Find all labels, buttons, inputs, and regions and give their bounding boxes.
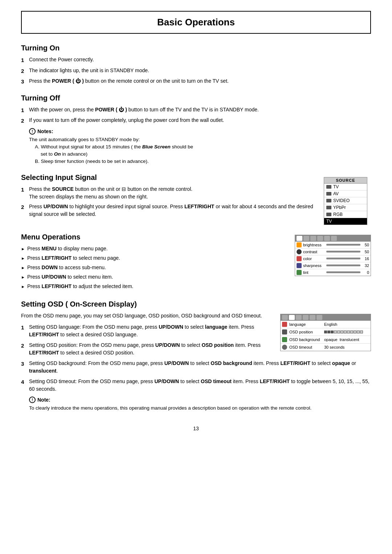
osd-position-icon — [282, 329, 287, 335]
notes-icon: ! — [29, 128, 36, 135]
source-menu-box: SOURCE TV AV SVIDEO YPbPr RGB TV — [324, 177, 367, 225]
notes-title: ! Notes: — [29, 128, 371, 135]
turning-on-section: Turning On 1 Connect the Power correctly… — [21, 44, 371, 86]
osd-set-position: OSD position — [281, 328, 371, 336]
notes-sub-a: A. Without input signal for about 15 min… — [35, 143, 371, 151]
source-item-tv2: TV — [324, 218, 367, 225]
color-icon — [297, 256, 302, 261]
osd-tb-icon6 — [331, 236, 337, 241]
page-title-box: Basic Operations — [21, 11, 371, 34]
notes-sub-a2: set to On in advance) — [41, 151, 371, 158]
list-item: 2 The indicator lights up, the unit is i… — [21, 67, 371, 75]
osd-set-tb-icon2 — [289, 315, 295, 320]
osd-set-tb-icon1 — [282, 315, 288, 320]
turning-on-list: 1 Connect the Power correctly. 2 The ind… — [21, 56, 371, 86]
osd-position-bar — [324, 331, 369, 333]
list-item: ► Press DOWN to access sub-menu. — [21, 264, 280, 271]
turning-off-heading: Turning Off — [21, 94, 371, 102]
osd-tb-icon4 — [317, 236, 323, 241]
osd-set-timeout: OSD timeout 30 seconds — [281, 344, 371, 351]
turning-off-list: 1 With the power on, press the POWER ( ⏻… — [21, 106, 371, 125]
menu-ops-main: Menu Operations ► Press MENU to display … — [21, 233, 280, 292]
osd-background-icon — [282, 337, 287, 342]
osd-tb-icon3 — [310, 236, 316, 241]
note-icon: ! — [29, 397, 36, 403]
source-header: SOURCE — [324, 177, 367, 184]
osd-pic-toolbar — [295, 235, 371, 242]
osd-set-toolbar — [281, 314, 371, 321]
osd-language-icon — [282, 322, 287, 327]
osd-settings-box: language English OSD position — [280, 314, 371, 351]
source-item-ypbpr: YPbPr — [324, 204, 367, 211]
osd-set-language: language English — [281, 321, 371, 328]
turning-on-heading: Turning On — [21, 44, 371, 52]
setting-osd-section: Setting OSD ( On-Screen Display) languag… — [21, 300, 371, 415]
notes-box: ! Notes: The unit automatically goes to … — [29, 128, 371, 165]
list-item: 1 Connect the Power correctly. — [21, 56, 371, 65]
notes-sub-b: B. Sleep timer function (needs to be set… — [35, 158, 371, 165]
source-tv-icon — [326, 185, 331, 189]
menu-ops-side: brightness 50 contrast 50 color 16 — [287, 233, 371, 292]
list-item: 3 Press the POWER ( ⏻ ) button on the re… — [21, 77, 371, 86]
osd-timeout-icon — [282, 345, 287, 350]
list-item: 3 Setting OSD background: From the OSD m… — [21, 360, 371, 375]
list-item: ► Press LEFT/RIGHT to select menu page. — [21, 254, 280, 262]
menu-operations-section: Menu Operations ► Press MENU to display … — [21, 233, 371, 292]
osd-pic-brightness: brightness 50 — [295, 242, 371, 249]
page-title: Basic Operations — [25, 17, 367, 28]
source-svideo-icon — [326, 199, 331, 202]
osd-set-background: OSD background opaque translucent — [281, 336, 371, 344]
contrast-icon — [297, 249, 302, 254]
list-item: 2 Setting OSD position: From the OSD men… — [21, 341, 273, 357]
list-item: 2 Press UP/DOWN to highlight your desire… — [21, 203, 317, 218]
sharpness-icon — [297, 263, 302, 268]
brightness-icon — [297, 242, 302, 247]
list-item: ► Press MENU to display menu page. — [21, 245, 280, 253]
notes-content: The unit automatically goes to STANDBY m… — [29, 136, 371, 165]
tint-icon — [297, 270, 302, 275]
osd-set-tb-icon3 — [296, 315, 302, 320]
osd-set-tb-icon5 — [310, 315, 315, 320]
osd-picture-box: brightness 50 contrast 50 color 16 — [295, 235, 371, 276]
setting-osd-heading: Setting OSD ( On-Screen Display) — [21, 300, 371, 308]
note-title: ! Note: — [29, 397, 371, 403]
list-item: 4 Setting OSD timeout: From the OSD menu… — [21, 378, 371, 393]
osd-pic-contrast: contrast 50 — [295, 249, 371, 255]
osd-set-tb-icon4 — [303, 315, 309, 320]
selecting-input-side: SOURCE TV AV SVIDEO YPbPr RGB TV — [324, 173, 371, 225]
menu-operations-heading: Menu Operations — [21, 233, 280, 241]
selecting-input-two-col: Selecting Input Signal 1 Press the SOURC… — [21, 173, 371, 225]
menu-ops-two-col: Menu Operations ► Press MENU to display … — [21, 233, 371, 292]
list-item: 1 Press the SOURCE button on the unit or… — [21, 185, 317, 201]
osd-pic-sharpness: sharpness 32 — [295, 262, 371, 269]
source-ypbpr-icon — [326, 206, 331, 209]
note-body: To clearly introduce the menu operations… — [29, 405, 371, 412]
source-item-tv: TV — [324, 184, 367, 190]
source-av-icon — [326, 192, 331, 196]
source-rgb-icon — [326, 213, 331, 216]
osd-tb-icon2 — [303, 236, 309, 241]
list-item: 1 With the power on, press the POWER ( ⏻… — [21, 106, 371, 115]
osd-tb-icon1 — [297, 236, 302, 241]
list-item: ► Press UP/DOWN to select menu item. — [21, 273, 280, 281]
selecting-input-list: 1 Press the SOURCE button on the unit or… — [21, 185, 317, 218]
list-item: ► Press LEFT/RIGHT to adjust the selecte… — [21, 283, 280, 290]
note-box: ! Note: To clearly introduce the menu op… — [29, 397, 371, 412]
source-item-rgb: RGB — [324, 211, 367, 218]
source-item-av: AV — [324, 190, 367, 197]
osd-set-tb-icon6 — [317, 315, 322, 320]
osd-pic-color: color 16 — [295, 255, 371, 262]
turning-off-section: Turning Off 1 With the power on, press t… — [21, 94, 371, 165]
source-item-svideo: SVIDEO — [324, 197, 367, 204]
osd-pic-tint: tint 0 — [295, 269, 371, 276]
selecting-input-heading: Selecting Input Signal — [21, 173, 317, 182]
selecting-input-section: Selecting Input Signal 1 Press the SOURC… — [21, 173, 371, 225]
menu-operations-list: ► Press MENU to display menu page. ► Pre… — [21, 245, 280, 290]
osd-tb-icon5 — [324, 236, 330, 241]
list-item: 2 If you want to turn off the power comp… — [21, 116, 371, 125]
list-item: 1 Setting OSD language: From the OSD men… — [21, 323, 273, 338]
selecting-input-main: Selecting Input Signal 1 Press the SOURC… — [21, 173, 317, 220]
page-number: 13 — [21, 426, 371, 431]
